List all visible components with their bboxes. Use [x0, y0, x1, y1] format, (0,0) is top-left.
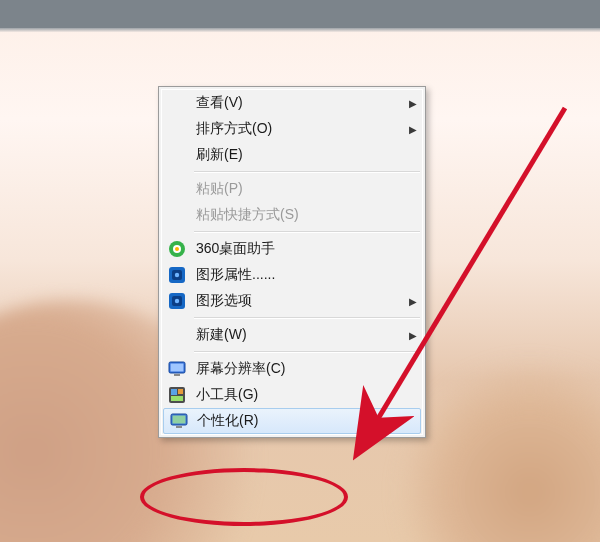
menu-item-label: 360桌面助手	[192, 240, 404, 258]
svg-rect-13	[171, 389, 177, 395]
svg-rect-18	[176, 426, 182, 428]
submenu-arrow-icon: ▶	[404, 296, 422, 307]
menu-item-label: 图形属性......	[192, 266, 404, 284]
menu-item-label: 刷新(E)	[192, 146, 404, 164]
menu-item-view[interactable]: 查看(V)▶	[162, 90, 422, 116]
menu-separator	[194, 171, 420, 173]
menu-separator	[194, 351, 420, 353]
menu-icon-empty	[162, 90, 192, 116]
menu-icon-empty	[162, 116, 192, 142]
intel-icon	[162, 262, 192, 288]
desktop-background[interactable]: 查看(V)▶排序方式(O)▶刷新(E)粘贴(P)粘贴快捷方式(S)360桌面助手…	[0, 0, 600, 542]
menu-item-label: 粘贴快捷方式(S)	[192, 206, 404, 224]
menu-separator	[194, 317, 420, 319]
monitor-icon	[162, 356, 192, 382]
menu-item-label: 个性化(R)	[193, 412, 402, 430]
gadget-icon	[162, 382, 192, 408]
svg-point-5	[175, 273, 179, 277]
menu-item-personalize[interactable]: 个性化(R)	[163, 408, 421, 434]
menu-item-label: 查看(V)	[192, 94, 404, 112]
desktop-context-menu: 查看(V)▶排序方式(O)▶刷新(E)粘贴(P)粘贴快捷方式(S)360桌面助手…	[158, 86, 426, 438]
svg-rect-14	[178, 389, 183, 394]
svg-rect-10	[171, 364, 184, 372]
submenu-arrow-icon: ▶	[404, 124, 422, 135]
menu-icon-empty	[162, 142, 192, 168]
menu-item-label: 屏幕分辨率(C)	[192, 360, 404, 378]
menu-item-sort[interactable]: 排序方式(O)▶	[162, 116, 422, 142]
window-top-border	[0, 0, 600, 28]
menu-item-gadgets[interactable]: 小工具(G)	[162, 382, 422, 408]
menu-item-refresh[interactable]: 刷新(E)	[162, 142, 422, 168]
menu-item-paste: 粘贴(P)	[162, 176, 422, 202]
menu-icon-empty	[162, 176, 192, 202]
menu-item-label: 新建(W)	[192, 326, 404, 344]
menu-separator	[194, 231, 420, 233]
svg-point-2	[175, 247, 179, 251]
menu-item-label: 排序方式(O)	[192, 120, 404, 138]
menu-item-label: 图形选项	[192, 292, 404, 310]
menu-item-new[interactable]: 新建(W)▶	[162, 322, 422, 348]
menu-item-paste-short: 粘贴快捷方式(S)	[162, 202, 422, 228]
submenu-arrow-icon: ▶	[404, 330, 422, 341]
personal-icon	[164, 409, 193, 433]
menu-item-360desk[interactable]: 360桌面助手	[162, 236, 422, 262]
svg-rect-17	[172, 416, 185, 424]
menu-item-gfx-opts[interactable]: 图形选项▶	[162, 288, 422, 314]
svg-rect-15	[171, 396, 183, 401]
menu-item-label: 粘贴(P)	[192, 180, 404, 198]
submenu-arrow-icon: ▶	[404, 98, 422, 109]
svg-rect-11	[174, 374, 180, 376]
menu-item-gfx-props[interactable]: 图形属性......	[162, 262, 422, 288]
menu-item-resolution[interactable]: 屏幕分辨率(C)	[162, 356, 422, 382]
menu-icon-empty	[162, 202, 192, 228]
menu-icon-empty	[162, 322, 192, 348]
svg-point-8	[175, 299, 179, 303]
menu-item-label: 小工具(G)	[192, 386, 404, 404]
intel-icon	[162, 288, 192, 314]
360-icon	[162, 236, 192, 262]
wallpaper-shape	[400, 362, 600, 542]
